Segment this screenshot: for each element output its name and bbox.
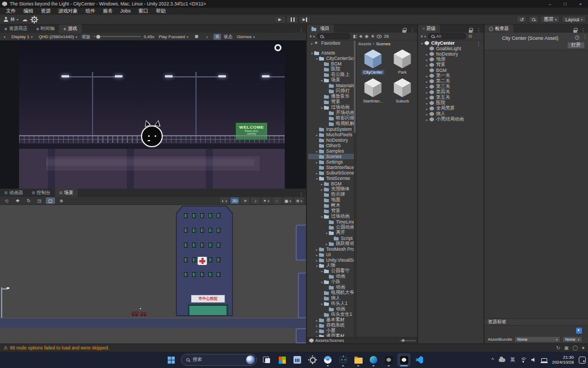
- vsync-toggle[interactable]: ▥: [213, 34, 221, 40]
- taskbar-clock[interactable]: 21:30 2024/10/28: [552, 355, 574, 365]
- project-tree-item[interactable]: 告示牌: [308, 192, 354, 197]
- expand-arrow-icon[interactable]: ▾: [315, 264, 319, 268]
- effects-dropdown-icon[interactable]: ✦▾: [261, 197, 271, 204]
- expand-arrow-icon[interactable]: ▸: [425, 96, 429, 100]
- resolution-dropdown[interactable]: QHD (2560x1440)▾: [37, 33, 79, 40]
- taskbar-app-button[interactable]: [275, 353, 289, 366]
- hierarchy-item[interactable]: ▾ CityCenter: [418, 40, 485, 46]
- project-tree-item[interactable]: ▸ Unity.VisualSc: [308, 257, 354, 263]
- tab-project[interactable]: 项目: [307, 25, 334, 33]
- expand-arrow-icon[interactable]: ▸: [425, 85, 429, 89]
- rect-tool-icon[interactable]: ▢: [46, 197, 55, 204]
- label-tag-icon[interactable]: [576, 328, 582, 334]
- project-tree-item[interactable]: NoDestory: [308, 137, 354, 143]
- project-tree-item[interactable]: ▾ 公园看守: [308, 268, 354, 274]
- panel-menu-icon[interactable]: ⋮: [578, 28, 588, 33]
- project-tree-item[interactable]: ▾ CityCenterSce: [308, 56, 354, 61]
- expand-arrow-icon[interactable]: ▸: [425, 58, 429, 62]
- tab-inspector[interactable]: i 检查器: [485, 25, 513, 33]
- project-tree-item[interactable]: 背景: [308, 208, 354, 214]
- project-tree-item[interactable]: 暗影闪烁灯: [308, 116, 354, 121]
- project-tree-item[interactable]: 播放音乐: [308, 94, 354, 99]
- account-button[interactable]: 林 ▾: [3, 16, 19, 23]
- move-tool-icon[interactable]: ✚: [13, 197, 22, 204]
- device-simulator-icon[interactable]: ▦: [193, 34, 200, 40]
- project-tree-item[interactable]: ▾ 离开: [308, 230, 354, 236]
- expand-arrow-icon[interactable]: ▸: [425, 101, 429, 105]
- project-tree-item[interactable]: ▸ 存档系统: [308, 323, 354, 328]
- expand-arrow-icon[interactable]: ▸: [315, 329, 319, 333]
- lock-icon[interactable]: [573, 28, 577, 33]
- minimize-button[interactable]: –: [542, 0, 558, 8]
- favorites-filter-icon[interactable]: ★: [371, 34, 375, 39]
- project-tree-item[interactable]: ▸ UI: [308, 252, 354, 257]
- breadcrumb-root[interactable]: Assets: [358, 41, 371, 46]
- tray-icon[interactable]: ^: [492, 357, 494, 363]
- project-tree-item[interactable]: BGM: [308, 61, 354, 67]
- expand-arrow-icon[interactable]: ▾: [320, 79, 324, 82]
- hierarchy-item[interactable]: ▸ 地形: [418, 57, 485, 62]
- expand-arrow-icon[interactable]: ▸: [425, 91, 429, 94]
- project-tree-item[interactable]: Materials: [308, 83, 354, 88]
- activity-icon[interactable]: ●: [582, 345, 585, 351]
- taskbar-app-button[interactable]: [291, 353, 304, 366]
- zoom-slider-knob[interactable]: [96, 35, 100, 39]
- search-by-type-icon[interactable]: ◧: [353, 34, 357, 39]
- menu-item[interactable]: 资源: [37, 8, 54, 15]
- project-tree-item[interactable]: Script: [308, 236, 354, 241]
- start-button[interactable]: [164, 353, 177, 366]
- view-tab[interactable]: ◈ 游戏: [59, 25, 81, 33]
- project-tree-item[interactable]: OtherS: [308, 143, 354, 148]
- thumbnail-size-slider[interactable]: [400, 340, 416, 341]
- project-tree-item[interactable]: TimeLine: [308, 219, 354, 225]
- project-tree-item[interactable]: ▾ 人物: [308, 263, 354, 268]
- project-tree-item[interactable]: 在公路上: [308, 72, 354, 77]
- expand-arrow-icon[interactable]: ▾: [310, 51, 314, 55]
- view-tab[interactable]: ◈ 资源商店: [0, 25, 32, 33]
- expand-arrow-icon[interactable]: ▾: [315, 57, 319, 61]
- expand-arrow-icon[interactable]: ▸: [315, 253, 319, 257]
- expand-arrow-icon[interactable]: ▸: [315, 258, 319, 262]
- scene-picker-icon[interactable]: ⊡: [468, 34, 472, 39]
- expand-arrow-icon[interactable]: ▸: [315, 133, 319, 137]
- project-tree-item[interactable]: ▸ Settings: [308, 159, 354, 165]
- taskbar-app-button[interactable]: [260, 353, 273, 366]
- scene-asset[interactable]: CityCenter: [359, 49, 387, 75]
- tray-icon[interactable]: [541, 358, 547, 362]
- expand-arrow-icon[interactable]: ▸: [425, 118, 429, 122]
- menu-item[interactable]: 服务: [99, 8, 117, 15]
- pause-button[interactable]: [286, 16, 298, 23]
- taskbar-app-button[interactable]: [321, 353, 334, 366]
- expand-arrow-icon[interactable]: ▾: [320, 280, 324, 284]
- play-button[interactable]: ▶: [274, 16, 286, 23]
- gizmos-dropdown[interactable]: Gizmos▾: [235, 33, 256, 40]
- breadcrumb-current[interactable]: Scenes: [376, 41, 391, 46]
- expand-arrow-icon[interactable]: ▾: [320, 302, 324, 306]
- hierarchy-item[interactable]: ▸ 第二关: [418, 79, 485, 84]
- transform-tool-icon[interactable]: ⊕: [57, 197, 66, 204]
- taskbar-search-input[interactable]: 搜索: [181, 354, 257, 366]
- cloud-services-icon[interactable]: ☁: [22, 17, 28, 22]
- add-asset-button[interactable]: +▾: [309, 34, 315, 39]
- view-tab[interactable]: ◈ 时间轴: [32, 25, 59, 33]
- expand-arrow-icon[interactable]: ▸: [315, 318, 319, 322]
- project-tree-item[interactable]: ▸ TextMesh Pro: [308, 246, 354, 252]
- scene-asset[interactable]: StartInter...: [359, 78, 387, 104]
- hierarchy-item[interactable]: ▸ 第一关: [418, 73, 485, 79]
- project-tree-item[interactable]: 电视机大爷: [308, 290, 354, 295]
- project-tree-item[interactable]: ▾ 过场动画: [308, 105, 354, 110]
- hierarchy-item[interactable]: ▸ 第四关: [418, 89, 485, 95]
- project-tree-item[interactable]: ▸ 光照物体: [308, 186, 354, 192]
- project-tree-item[interactable]: 动画: [308, 306, 354, 312]
- project-tree-item[interactable]: ▸ BGM: [308, 181, 354, 186]
- play-focus-dropdown[interactable]: Play Focused▾: [157, 33, 189, 40]
- stats-button[interactable]: 状态: [224, 34, 232, 40]
- zoom-slider[interactable]: [93, 36, 141, 37]
- project-tree-item[interactable]: 闪烁灯: [308, 88, 354, 94]
- mute-audio-icon[interactable]: ♪: [203, 34, 211, 40]
- project-tree-item[interactable]: 动画: [308, 285, 354, 290]
- audio-toggle-icon[interactable]: ♪: [251, 197, 260, 204]
- expand-arrow-icon[interactable]: ▸: [324, 242, 329, 246]
- help-icon[interactable]: ?: [575, 35, 579, 40]
- taskbar-app-button[interactable]: [352, 353, 365, 366]
